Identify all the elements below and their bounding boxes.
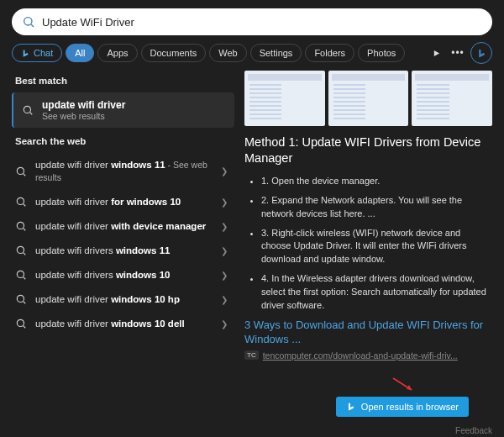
best-match-title: update wifi driver [42,99,125,111]
svg-line-7 [24,204,26,207]
search-icon [15,220,27,232]
search-icon [15,196,27,208]
article-step: 2. Expand the Network adapters. You will… [261,194,492,221]
suggestion-item[interactable]: update wifi drivers windows 10❯ [12,263,234,287]
svg-point-2 [24,106,30,113]
tab-settings[interactable]: Settings [250,44,302,62]
tab-chat[interactable]: Chat [12,44,62,62]
search-input[interactable] [42,16,482,29]
search-bar[interactable] [12,8,492,35]
bing-icon [21,49,30,58]
feedback-link[interactable]: Feedback [455,426,492,435]
chevron-right-icon: ❯ [221,166,228,176]
best-match-subtitle: See web results [42,111,125,121]
search-icon [15,318,27,329]
chevron-right-icon: ❯ [221,197,228,207]
tab-all[interactable]: All [66,44,94,62]
tab-chat-label: Chat [34,48,53,58]
best-match-item[interactable]: update wifi driver See web results [12,92,234,128]
suggestion-text: update wifi driver with device manager [35,220,213,233]
svg-point-0 [24,18,32,25]
suggestion-text: update wifi drivers windows 11 [35,245,213,257]
suggestion-item[interactable]: update wifi drivers windows 11❯ [12,239,234,263]
ellipsis-icon: ••• [451,47,465,59]
svg-point-16 [17,319,24,326]
suggestion-text: update wifi drivers windows 10 [35,269,213,282]
section-search-web: Search the web [15,136,234,146]
svg-point-10 [17,247,24,254]
search-icon [22,15,35,29]
article-step: 4. In the Wireless adapter drivers downl… [261,272,492,313]
svg-point-8 [17,223,24,229]
chevron-right-icon: ❯ [221,271,228,280]
tab-photos[interactable]: Photos [358,44,405,62]
svg-line-1 [31,24,34,27]
suggestion-item[interactable]: update wifi driver windows 10 hp❯ [12,287,234,312]
article-step: 1. Open the device manager. [261,175,492,188]
suggestion-item[interactable]: update wifi driver for windows 10❯ [12,190,234,214]
source-badge: TC [244,350,259,360]
search-icon [15,269,27,281]
play-icon [433,50,440,57]
suggestion-text: update wifi driver windows 10 dell [35,318,213,330]
thumbnail[interactable] [412,71,492,126]
chevron-right-icon: ❯ [221,319,228,329]
more-button[interactable]: ••• [449,44,467,62]
suggestion-text: update wifi driver for windows 10 [35,196,213,208]
bing-icon [346,402,356,412]
article-link[interactable]: 3 Ways to Download and Update WIFI Drive… [244,319,492,347]
svg-line-11 [24,253,26,255]
suggestion-text: update wifi driver windows 10 hp [35,293,213,306]
suggestion-item[interactable]: update wifi driver with device manager❯ [12,214,234,239]
svg-line-5 [24,174,26,176]
chevron-right-icon: ❯ [221,295,228,304]
bing-chat-button[interactable] [470,42,492,64]
svg-point-14 [17,295,24,302]
bing-icon [476,48,487,59]
preview-thumbnails [244,71,492,126]
article-title: Method 1: Update WIFI Drivers from Devic… [244,134,492,166]
results-list: Best match update wifi driver See web re… [12,71,234,424]
svg-line-15 [24,302,26,304]
section-best-match: Best match [15,76,234,86]
thumbnail[interactable] [244,71,325,126]
scroll-right-button[interactable] [427,44,445,62]
annotation-arrow-icon [391,376,417,393]
thumbnail[interactable] [328,71,409,126]
source-url[interactable]: tencomputer.com/download-and-update-wifi… [263,350,458,361]
open-in-browser-button[interactable]: Open results in browser [336,397,469,417]
suggestion-text: update wifi driver windows 11 - See web … [35,159,213,184]
svg-line-9 [24,229,26,231]
chevron-right-icon: ❯ [221,246,228,255]
search-icon [15,166,27,177]
preview-pane: Method 1: Update WIFI Drivers from Devic… [244,71,492,424]
svg-point-4 [17,167,24,174]
svg-point-12 [17,271,24,277]
article-steps: 1. Open the device manager.2. Expand the… [244,175,492,313]
tab-documents[interactable]: Documents [141,44,207,62]
tab-web[interactable]: Web [209,44,246,62]
search-icon [15,245,27,256]
search-icon [22,104,34,116]
suggestion-item[interactable]: update wifi driver windows 10 dell❯ [12,312,234,336]
tab-apps[interactable]: Apps [97,44,137,62]
svg-point-6 [17,198,24,205]
svg-line-3 [30,113,33,115]
svg-line-17 [24,326,26,329]
article-step: 3. Right-click wireless (WIFI) network d… [261,227,492,267]
chevron-right-icon: ❯ [221,222,228,231]
suggestion-item[interactable]: update wifi driver windows 11 - See web … [12,153,234,190]
svg-line-13 [24,277,26,280]
search-icon [15,293,27,305]
filter-tabs: Chat All Apps Documents Web Settings Fol… [0,42,504,71]
tab-folders[interactable]: Folders [305,44,354,62]
